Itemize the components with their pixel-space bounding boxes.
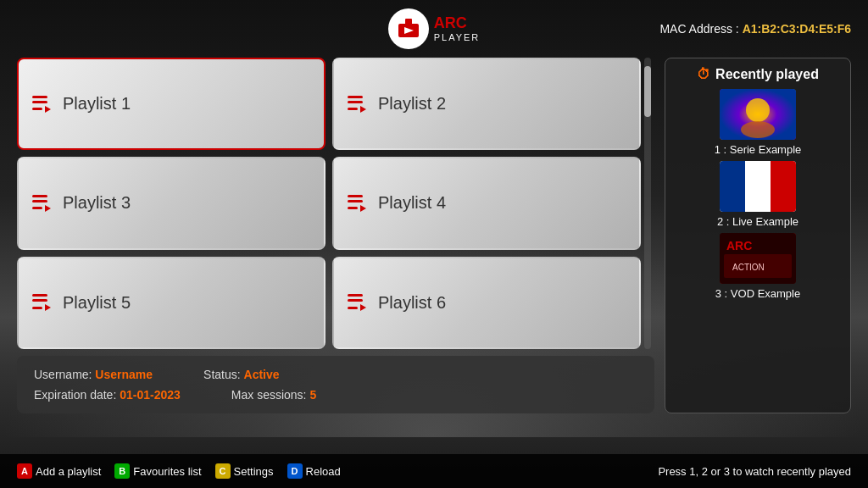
playlist-name-5: Playlist 5 [63, 293, 131, 313]
recently-played-label: Recently played [715, 67, 819, 82]
btn-b-label: Favourites list [133, 465, 201, 478]
svg-text:ACTION: ACTION [732, 263, 765, 272]
footer-hint: Press 1, 2 or 3 to watch recently played [658, 465, 851, 478]
playlist-icon-1 [32, 96, 51, 113]
playlist-icon-2 [348, 96, 366, 113]
playlist-item-4[interactable]: Playlist 4 [332, 157, 641, 249]
playlist-name-4: Playlist 4 [378, 193, 446, 213]
username-value: Username [95, 368, 153, 381]
playlist-grid: Playlist 1 Playlist 2 [17, 58, 641, 349]
logo-player: PLAYER [434, 32, 481, 42]
username-label: Username: [34, 368, 92, 381]
playlist-icon-5 [32, 294, 51, 311]
mac-address-display: MAC Address : A1:B2:C3:D4:E5:F6 [659, 22, 851, 36]
playlist-name-6: Playlist 6 [378, 293, 446, 313]
playlist-icon-4 [348, 195, 366, 212]
playlist-name-2: Playlist 2 [378, 94, 446, 114]
svg-rect-1 [405, 19, 412, 25]
playlist-icon-6 [348, 294, 366, 311]
info-row-2: Expiration date: 01-01-2023 Max sessions… [34, 388, 637, 402]
scrollbar-thumb [644, 66, 651, 117]
main-content: Playlist 1 Playlist 2 [0, 58, 868, 413]
playlist-icon-3 [32, 195, 51, 212]
recent-thumb-2 [720, 161, 796, 212]
info-row-1: Username: Username Status: Active [34, 368, 637, 381]
btn-c-label: Settings [234, 465, 274, 478]
sessions-value: 5 [309, 388, 316, 402]
playlist-item-6[interactable]: Playlist 6 [332, 257, 641, 349]
playlist-item-2[interactable]: Playlist 2 [332, 58, 641, 150]
svg-point-5 [741, 121, 775, 138]
svg-text:ARC: ARC [726, 239, 752, 252]
logo-arc: ARC [434, 15, 481, 32]
sessions-label: Max sessions: [231, 388, 307, 402]
badge-d: D [287, 463, 303, 479]
recent-label-2: 2 : Live Example [717, 215, 798, 228]
recent-thumb-3: ARC ACTION [720, 233, 796, 284]
badge-c: C [215, 463, 231, 479]
btn-c-container[interactable]: C Settings [215, 463, 274, 479]
recent-item-3[interactable]: ARC ACTION 3 : VOD Example VOD Example [674, 233, 842, 300]
info-panel: Username: Username Status: Active Expira… [17, 356, 654, 413]
expiry-value: 01-01-2023 [120, 388, 181, 402]
recent-item-2[interactable]: 2 : Live Example Live Example [674, 161, 842, 228]
btn-a-label: Add a playlist [36, 465, 101, 478]
recent-label-1: 1 : Serie Example [715, 143, 802, 156]
badge-a: A [17, 463, 32, 479]
badge-b: B [114, 463, 130, 479]
left-panel: Playlist 1 Playlist 2 [17, 58, 654, 413]
expiry-field: Expiration date: 01-01-2023 [34, 388, 181, 402]
btn-b-container[interactable]: B Favourites list [114, 463, 201, 479]
sessions-field: Max sessions: 5 [231, 388, 316, 402]
recent-thumb-1 [720, 89, 796, 140]
clock-icon: ⏱ [697, 67, 710, 82]
status-field: Status: Active [203, 368, 280, 381]
mac-label: MAC Address : [659, 22, 738, 36]
playlist-name-3: Playlist 3 [63, 193, 131, 213]
svg-point-4 [746, 98, 770, 122]
recent-label-3: 3 : VOD Example [715, 287, 800, 300]
playlist-name-1: Playlist 1 [63, 94, 131, 114]
scrollbar-track[interactable] [644, 58, 651, 349]
expiry-label: Expiration date: [34, 388, 116, 402]
status-label: Status: [203, 368, 241, 381]
recent-item-1[interactable]: 1 : Serie Example Serie Example [674, 89, 842, 156]
btn-d-container[interactable]: D Reload [287, 463, 341, 479]
btn-a-container[interactable]: A Add a playlist [17, 463, 101, 479]
playlist-item-3[interactable]: Playlist 3 [17, 157, 326, 249]
footer: A Add a playlist B Favourites list C Set… [0, 454, 868, 488]
mac-value: A1:B2:C3:D4:E5:F6 [743, 22, 851, 36]
status-value: Active [244, 368, 280, 381]
logo-icon [388, 8, 429, 49]
username-field: Username: Username [34, 368, 153, 381]
logo: ARC PLAYER [388, 8, 481, 49]
playlist-item-5[interactable]: Playlist 5 [17, 257, 326, 349]
btn-d-label: Reload [306, 465, 341, 478]
recently-played-panel: ⏱ Recently played [665, 58, 851, 413]
playlist-item-1[interactable]: Playlist 1 [17, 58, 326, 150]
recently-played-title: ⏱ Recently played [697, 67, 819, 82]
header: ARC PLAYER MAC Address : A1:B2:C3:D4:E5:… [0, 0, 868, 58]
